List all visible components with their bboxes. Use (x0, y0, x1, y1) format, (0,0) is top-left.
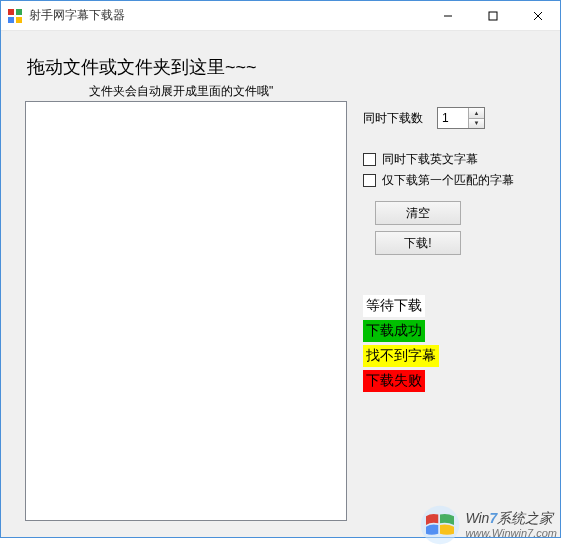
status-success: 下载成功 (363, 320, 425, 342)
watermark-text: Win7系统之家 www.Winwin7.com (465, 511, 557, 538)
side-panel: 同时下载数 ▲ ▼ 同时下载英文字幕 仅下载第一个匹配的字幕 清空 (363, 107, 543, 395)
svg-rect-2 (8, 17, 14, 23)
watermark-url: www.Winwin7.com (465, 527, 557, 539)
close-button[interactable] (515, 1, 560, 30)
status-notfound: 找不到字幕 (363, 345, 439, 367)
download-button-label: 下载! (404, 235, 431, 252)
svg-rect-0 (8, 9, 14, 15)
drop-area[interactable] (25, 101, 347, 521)
watermark: Win7系统之家 www.Winwin7.com (419, 504, 557, 546)
svg-rect-3 (16, 17, 22, 23)
clear-button[interactable]: 清空 (375, 201, 461, 225)
maximize-button[interactable] (470, 1, 515, 30)
window-controls (425, 1, 560, 30)
checkbox-english-row[interactable]: 同时下载英文字幕 (363, 151, 543, 168)
spinner-up-button[interactable]: ▲ (469, 108, 484, 119)
concurrent-input[interactable] (438, 108, 468, 128)
checkbox-firstmatch[interactable] (363, 174, 376, 187)
spinner-buttons: ▲ ▼ (468, 108, 484, 128)
svg-rect-1 (16, 9, 22, 15)
checkbox-firstmatch-row[interactable]: 仅下载第一个匹配的字幕 (363, 172, 543, 189)
watermark-brand-suffix: 系统之家 (497, 510, 553, 526)
watermark-brand-prefix: Win (465, 510, 489, 526)
download-button[interactable]: 下载! (375, 231, 461, 255)
status-waiting: 等待下载 (363, 295, 425, 317)
watermark-brand: Win7系统之家 (465, 511, 557, 526)
clear-button-label: 清空 (406, 205, 430, 222)
minimize-button[interactable] (425, 1, 470, 30)
windows-logo-icon (419, 504, 461, 546)
client-area: 拖动文件或文件夹到这里~~~ 文件夹会自动展开成里面的文件哦" 同时下载数 ▲ … (1, 31, 560, 537)
status-legend: 等待下载 下载成功 找不到字幕 下载失败 (363, 295, 543, 395)
checkbox-firstmatch-label: 仅下载第一个匹配的字幕 (382, 172, 514, 189)
checkbox-english[interactable] (363, 153, 376, 166)
concurrent-label: 同时下载数 (363, 110, 423, 127)
concurrent-spinner: ▲ ▼ (437, 107, 485, 129)
app-icon (7, 8, 23, 24)
app-window: 射手网字幕下载器 拖动文件或文件夹到这里~~~ 文件夹会自动展开成里面的文件哦"… (0, 0, 561, 538)
titlebar: 射手网字幕下载器 (1, 1, 560, 31)
svg-rect-5 (489, 12, 497, 20)
checkbox-english-label: 同时下载英文字幕 (382, 151, 478, 168)
drop-subtitle: 文件夹会自动展开成里面的文件哦" (89, 83, 273, 100)
spinner-down-button[interactable]: ▼ (469, 119, 484, 129)
concurrent-row: 同时下载数 ▲ ▼ (363, 107, 543, 129)
window-title: 射手网字幕下载器 (29, 7, 425, 24)
status-failed: 下载失败 (363, 370, 425, 392)
drop-title: 拖动文件或文件夹到这里~~~ (27, 55, 257, 79)
